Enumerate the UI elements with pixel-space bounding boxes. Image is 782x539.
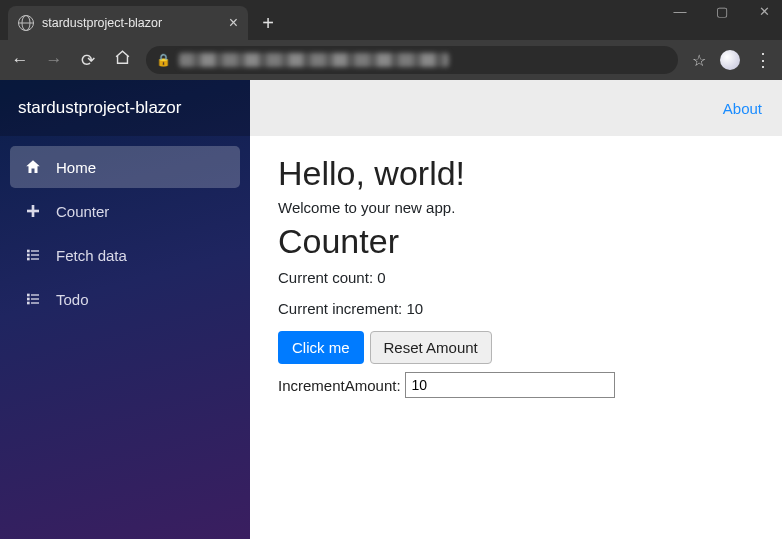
globe-icon xyxy=(18,15,34,31)
svg-rect-3 xyxy=(31,250,39,251)
current-increment: Current increment: 10 xyxy=(278,300,754,317)
content-wrap: About Hello, world! Welcome to your new … xyxy=(250,80,782,539)
bookmark-icon[interactable]: ☆ xyxy=(692,51,706,70)
profile-avatar[interactable] xyxy=(720,50,740,70)
back-button[interactable]: ← xyxy=(10,50,30,70)
svg-rect-4 xyxy=(27,254,30,257)
window-minimize-button[interactable]: — xyxy=(668,4,692,19)
svg-rect-6 xyxy=(27,258,30,261)
click-me-button[interactable]: Click me xyxy=(278,331,364,364)
browser-tab[interactable]: stardustproject-blazor × xyxy=(8,6,248,40)
svg-rect-12 xyxy=(27,302,30,305)
reload-button[interactable]: ⟳ xyxy=(78,50,98,71)
tab-title: stardustproject-blazor xyxy=(42,16,221,30)
nav-item-label: Home xyxy=(56,159,96,176)
svg-rect-8 xyxy=(27,294,30,297)
about-link[interactable]: About xyxy=(723,100,762,117)
plus-icon xyxy=(24,202,42,220)
svg-rect-2 xyxy=(27,250,30,253)
svg-rect-9 xyxy=(31,294,39,295)
new-tab-button[interactable]: + xyxy=(254,9,282,37)
page-heading: Hello, world! xyxy=(278,154,754,193)
nav-item-counter[interactable]: Counter xyxy=(10,190,240,232)
url-text xyxy=(179,53,449,67)
list-icon xyxy=(24,246,42,264)
browser-toolbar: ← → ⟳ 🔒 ☆ ⋮ xyxy=(0,40,782,80)
app-root: stardustproject-blazor Home Counter Fetc… xyxy=(0,80,782,539)
svg-rect-5 xyxy=(31,254,39,255)
nav-item-label: Counter xyxy=(56,203,109,220)
nav-item-fetch-data[interactable]: Fetch data xyxy=(10,234,240,276)
svg-rect-10 xyxy=(27,298,30,301)
button-row: Click me Reset Amount xyxy=(278,331,754,364)
nav-menu: Home Counter Fetch data Todo xyxy=(0,136,250,330)
nav-item-label: Fetch data xyxy=(56,247,127,264)
svg-rect-13 xyxy=(31,302,39,303)
close-tab-icon[interactable]: × xyxy=(229,15,238,31)
menu-icon[interactable]: ⋮ xyxy=(754,49,772,71)
increment-amount-label: IncrementAmount: xyxy=(278,377,401,394)
nav-item-label: Todo xyxy=(56,291,89,308)
svg-rect-11 xyxy=(31,298,39,299)
home-icon xyxy=(24,158,42,176)
reset-amount-button[interactable]: Reset Amount xyxy=(370,331,492,364)
current-count: Current count: 0 xyxy=(278,269,754,286)
nav-item-home[interactable]: Home xyxy=(10,146,240,188)
list-icon xyxy=(24,290,42,308)
home-button[interactable] xyxy=(112,49,132,71)
topbar: About xyxy=(250,80,782,136)
page-content: Hello, world! Welcome to your new app. C… xyxy=(250,136,782,539)
svg-rect-1 xyxy=(27,210,39,213)
lock-icon: 🔒 xyxy=(156,53,171,67)
nav-item-todo[interactable]: Todo xyxy=(10,278,240,320)
address-bar[interactable]: 🔒 xyxy=(146,46,678,74)
browser-tab-strip: stardustproject-blazor × + — ▢ ✕ xyxy=(0,0,782,40)
page-subheading: Counter xyxy=(278,222,754,261)
window-maximize-button[interactable]: ▢ xyxy=(710,4,734,19)
svg-rect-7 xyxy=(31,258,39,259)
brand-title: stardustproject-blazor xyxy=(0,80,250,136)
increment-amount-row: IncrementAmount: xyxy=(278,372,754,398)
welcome-text: Welcome to your new app. xyxy=(278,199,754,216)
sidebar: stardustproject-blazor Home Counter Fetc… xyxy=(0,80,250,539)
window-controls: — ▢ ✕ xyxy=(668,4,776,19)
increment-amount-input[interactable] xyxy=(405,372,615,398)
window-close-button[interactable]: ✕ xyxy=(752,4,776,19)
forward-button[interactable]: → xyxy=(44,50,64,70)
